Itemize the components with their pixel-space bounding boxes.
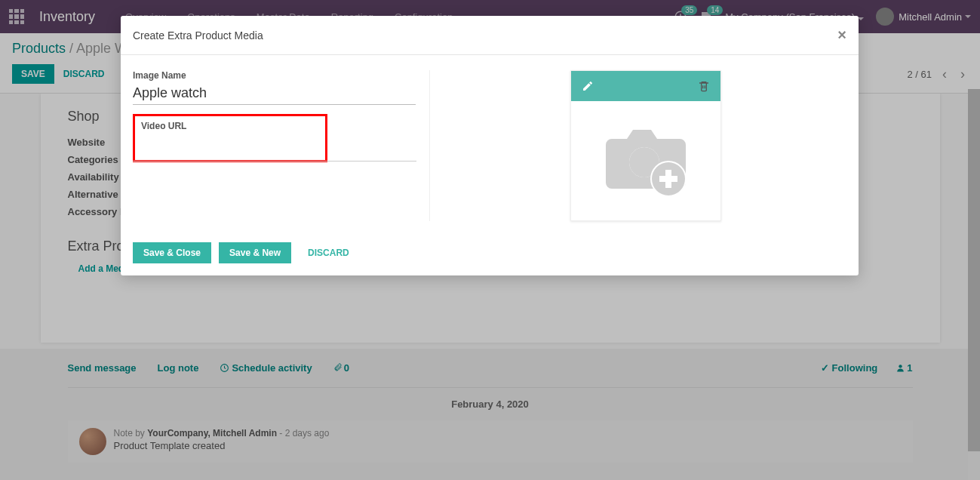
modal-discard-button[interactable]: Discard (299, 243, 358, 263)
close-icon[interactable]: × (837, 26, 846, 44)
image-upload-box[interactable] (570, 70, 721, 221)
edit-icon[interactable] (582, 80, 594, 92)
video-url-highlight: Video URL (133, 114, 327, 162)
image-name-label: Image Name (133, 70, 416, 81)
camera-placeholder-icon (597, 120, 695, 203)
modal-title: Create Extra Product Media (133, 29, 263, 42)
image-name-input[interactable] (133, 82, 416, 105)
save-new-button[interactable]: Save & New (219, 242, 291, 263)
create-media-modal: Create Extra Product Media × Image Name … (121, 16, 859, 275)
trash-icon[interactable] (698, 80, 710, 92)
save-close-button[interactable]: Save & Close (133, 242, 211, 263)
svg-rect-8 (659, 176, 677, 182)
video-url-input[interactable] (141, 133, 319, 154)
video-url-label: Video URL (141, 121, 319, 131)
